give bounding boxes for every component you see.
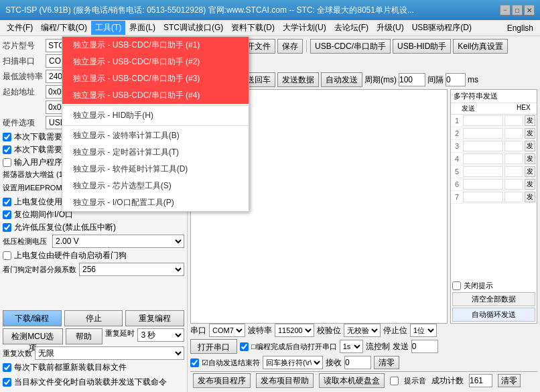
auto-load-checkbox[interactable] [3, 378, 11, 387]
save-file-button[interactable]: 保存 [277, 39, 303, 54]
multi-send-hex-3[interactable] [504, 141, 523, 151]
hint-sound-checkbox[interactable] [390, 377, 399, 385]
menu-program[interactable]: 编程/下载(O) [37, 21, 91, 35]
title-text: STC-ISP (V6.91B) (服务电话/销售电话: 0513-550129… [5, 5, 500, 16]
baud-select[interactable]: 115200 [275, 324, 314, 337]
port-label: 串口 [190, 325, 206, 336]
publish-help-button[interactable]: 发布项目帮助 [256, 373, 314, 388]
multi-send-input-5[interactable] [463, 166, 503, 177]
send-count-input[interactable] [411, 340, 438, 353]
checkbox-modify[interactable] [3, 133, 11, 141]
multi-send-btn-1[interactable]: 发 [525, 115, 535, 126]
menu-forum[interactable]: 去论坛(F) [330, 21, 373, 35]
check-select[interactable]: 无校验 [344, 324, 381, 337]
dropdown-item-baud[interactable]: 独立显示 - 波特率计算工具(B) [62, 127, 249, 144]
period-input[interactable] [399, 73, 425, 86]
download-button[interactable]: 下载/编程 [3, 310, 62, 326]
help-button[interactable]: 帮助 [66, 328, 103, 344]
hex-col: HEX [517, 104, 535, 113]
dropdown-item-4[interactable]: 独立显示 - USB-CDC/串口助手 (#4) [62, 87, 249, 104]
multi-send-hex-5[interactable] [504, 166, 523, 177]
multi-send-btn-3[interactable]: 发 [525, 141, 535, 151]
multi-send-hex-4[interactable] [504, 153, 523, 164]
dropdown-item-3[interactable]: 独立显示 - USB-CDC/串口助手 (#3) [62, 70, 249, 87]
auto-send-end-checkbox[interactable] [190, 358, 199, 367]
maximize-button[interactable]: □ [512, 5, 523, 15]
clear-success-button[interactable]: 清零 [498, 374, 521, 387]
read-hdd-button[interactable]: 读取本机硬盘盒 [319, 373, 385, 388]
dropdown-item-1[interactable]: 独立显示 - USB-CDC/串口助手 (#1) [62, 37, 249, 54]
minimize-button[interactable]: － [500, 5, 511, 15]
dropdown-item-timer[interactable]: 独立显示 - 定时器计算工具(T) [62, 144, 249, 161]
clear-count-button[interactable]: 清零 [374, 356, 399, 369]
menu-download[interactable]: 资料下载(D) [227, 21, 279, 35]
close-button[interactable]: ✕ [524, 5, 535, 15]
multi-send-hex-6[interactable] [504, 179, 523, 190]
reload-file-label: 每次下载前都重新装载目标文件 [14, 362, 127, 373]
stop-select[interactable]: 1位 [410, 324, 437, 337]
reprogram-button[interactable]: 重复编程 [125, 310, 184, 326]
menu-debug[interactable]: STC调试接口(G) [159, 21, 227, 35]
retry-delay-select[interactable]: 3 秒 [137, 328, 184, 342]
success-count-input[interactable] [469, 374, 492, 387]
port-select[interactable]: COM7 [209, 324, 245, 337]
multi-send-hex-7[interactable] [504, 192, 523, 202]
multi-send-btn-2[interactable]: 发 [525, 128, 535, 139]
watchdog-label: 上电复位由硬件自动启动看门狗 [14, 250, 127, 261]
send-data-button[interactable]: 发送数据 [277, 72, 319, 87]
dropdown-item-2[interactable]: 独立显示 - USB-CDC/串口助手 (#2) [62, 54, 249, 70]
dropdown-item-io[interactable]: 独立显示 - I/O口配置工具(P) [62, 194, 249, 211]
long-delay-check[interactable] [3, 198, 11, 206]
multi-send-input-3[interactable] [463, 141, 503, 151]
checkbox-user-run[interactable] [3, 158, 11, 167]
low-volt-check[interactable] [3, 223, 11, 232]
auto-send-button[interactable]: 自动发送 [321, 72, 362, 87]
newline-select[interactable]: 回车换行符(\r\n) [263, 356, 323, 369]
clear-all-button[interactable]: 清空全部数据 [452, 292, 535, 306]
publish-program-button[interactable]: 发布项目程序 [193, 373, 251, 388]
dropdown-item-chip[interactable]: 独立显示 - 芯片选型工具(S) [62, 178, 249, 194]
multi-send-hex-1[interactable] [504, 115, 523, 126]
menu-english[interactable]: English [503, 22, 537, 34]
menu-upgrade[interactable]: 升级(U) [373, 21, 408, 35]
stop-button[interactable]: 停止 [64, 310, 123, 326]
multi-send-input-6[interactable] [463, 179, 503, 190]
multi-send-input-2[interactable] [463, 128, 503, 139]
checkbox-adjust[interactable] [3, 145, 11, 154]
multi-send-hex-2[interactable] [504, 128, 523, 139]
low-volt-select[interactable]: 2.00 V [52, 235, 184, 248]
detect-mcu-button[interactable]: 检测MCU选项 [3, 328, 63, 344]
multi-send-input-4[interactable] [463, 153, 503, 164]
usb-hid-button[interactable]: USB-HID助手 [393, 39, 451, 54]
multi-send-btn-6[interactable]: 发 [525, 179, 535, 190]
menu-usb-driver[interactable]: USB驱动程序(D) [408, 21, 476, 35]
menu-university[interactable]: 大学计划(U) [279, 21, 330, 35]
watchdog-check[interactable] [3, 251, 11, 260]
menu-tools[interactable]: 工具(T) [91, 21, 125, 35]
multi-send-btn-4[interactable]: 发 [525, 153, 535, 164]
watchdog-divider-select[interactable]: 256 [79, 263, 184, 276]
auto-open-checkbox[interactable] [240, 342, 249, 351]
menu-file[interactable]: 文件(F) [3, 21, 37, 35]
interval-input[interactable] [446, 73, 466, 86]
close-hint-checkbox[interactable] [452, 281, 461, 290]
recv-count-input[interactable] [344, 356, 371, 369]
auto-loop-button[interactable]: 自动循环发送 [452, 308, 535, 322]
keil-sim-button[interactable]: Keil仿真设置 [453, 39, 508, 54]
multi-send-input-1[interactable] [463, 115, 503, 126]
dropdown-item-hid[interactable]: 独立显示 - HID助手(H) [62, 107, 249, 124]
secondary-btn-row: 检测MCU选项 帮助 重复延时 3 秒 [3, 328, 184, 344]
io-reset-check[interactable] [3, 210, 11, 219]
multi-send-col-header: 发送 HEX [451, 103, 537, 115]
multi-send-btn-7[interactable]: 发 [525, 192, 535, 202]
multi-send-btn-5[interactable]: 发 [525, 166, 535, 177]
reload-file-checkbox[interactable] [3, 363, 11, 372]
usb-cdc-button[interactable]: USB-CDC/串口助手 [310, 39, 391, 54]
retry-count-select[interactable]: 无限 [35, 346, 184, 360]
dropdown-item-delay[interactable]: 独立显示 - 软件延时计算工具(D) [62, 161, 249, 178]
auto-open-delay-select[interactable]: 1s [340, 340, 363, 353]
menu-ui[interactable]: 界面(L) [125, 21, 159, 35]
multi-send-row-4: 4 发 [451, 153, 537, 166]
multi-send-input-7[interactable] [463, 192, 503, 202]
open-port-button[interactable]: 打开串口 [190, 339, 237, 354]
